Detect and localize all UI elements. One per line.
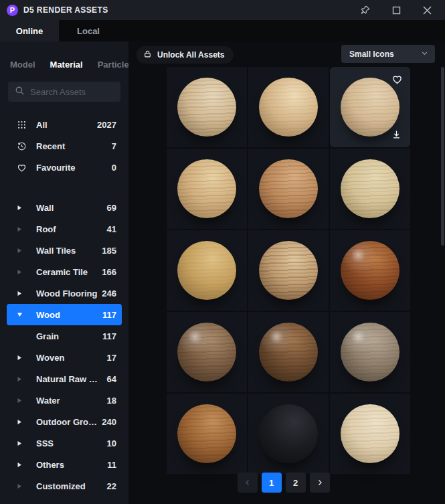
sidebar-item-sss[interactable]: SSS 10 xyxy=(7,432,122,454)
maximize-icon[interactable] xyxy=(390,4,402,16)
d5-render-assets-window: P D5 RENDER ASSETS OnlineLocal xyxy=(0,0,445,504)
material-tile-pale-yellow-wood[interactable] xyxy=(330,149,410,229)
material-tile-rustic-orange-wood[interactable] xyxy=(167,394,247,474)
icon-size-select[interactable]: Small Icons xyxy=(341,45,435,63)
pagination: 12 xyxy=(128,470,438,495)
sidebar-item-wall-tiles[interactable]: Wall Tiles 185 xyxy=(7,240,122,261)
sidebar-item-recent[interactable]: Recent 7 xyxy=(7,135,122,157)
sidebar-category-list: Wall 69 Roof 41 Wall Tiles 185 Ceramic T… xyxy=(0,178,128,497)
expand-arrow-icon xyxy=(16,483,23,489)
category-label: Roof xyxy=(36,224,103,234)
sidebar-item-wood-flooring[interactable]: Wood Flooring 246 xyxy=(7,282,122,304)
material-tile-beige-wood[interactable] xyxy=(330,67,410,147)
pagination-prev-button[interactable] xyxy=(238,473,258,493)
unlock-button-label: Unlock All Assets xyxy=(157,50,224,60)
material-tile-dark-walnut-glossy[interactable] xyxy=(248,312,329,392)
sidebar-item-wood[interactable]: Wood 117 xyxy=(7,304,122,325)
material-tile-driftwood-gray[interactable] xyxy=(330,312,410,392)
material-sphere-preview xyxy=(259,323,318,382)
sidebar-item-all[interactable]: All 2027 xyxy=(7,114,122,135)
quick-item-label: All xyxy=(36,120,93,130)
main-panel: Unlock All Assets Small Icons xyxy=(128,41,445,504)
sidebar-item-outdoor-ground[interactable]: Outdoor Ground 240 xyxy=(7,411,122,432)
category-label: Water xyxy=(36,396,103,406)
category-count: 64 xyxy=(107,374,116,384)
material-tile-warm-tan-wood[interactable] xyxy=(248,67,329,147)
material-tile-two-tone-striped-wood[interactable] xyxy=(248,230,329,311)
pagination-next-button[interactable] xyxy=(310,473,330,493)
material-sphere-preview xyxy=(259,78,318,137)
asset-type-tab-model[interactable]: Model xyxy=(10,60,35,70)
material-tile-cream-wood[interactable] xyxy=(330,394,410,474)
category-count: 17 xyxy=(107,353,116,363)
search-input[interactable] xyxy=(30,87,114,97)
category-label: Grain xyxy=(36,331,98,341)
material-tile-golden-honey-wood[interactable] xyxy=(167,230,247,311)
category-count: 10 xyxy=(107,438,116,448)
quick-item-label: Recent xyxy=(36,141,108,151)
expand-arrow-icon xyxy=(16,355,23,361)
material-tile-light-striped-oak[interactable] xyxy=(167,67,247,147)
asset-type-tabs: ModelMaterialParticle xyxy=(0,41,128,72)
titlebar: P D5 RENDER ASSETS xyxy=(0,0,445,20)
material-sphere-preview xyxy=(177,404,236,463)
category-label: Woven xyxy=(36,353,103,363)
category-count: 11 xyxy=(107,460,116,470)
pin-icon[interactable] xyxy=(359,4,371,16)
sidebar-item-others[interactable]: Others 11 xyxy=(7,454,122,475)
category-label: Others xyxy=(36,460,103,470)
material-grid xyxy=(167,67,410,474)
material-sphere-preview xyxy=(341,78,399,137)
heart-icon xyxy=(16,162,27,173)
download-icon[interactable] xyxy=(391,129,402,142)
category-label: Wall Tiles xyxy=(36,246,98,256)
material-tile-charcoal-black[interactable] xyxy=(248,394,329,474)
expand-arrow-icon xyxy=(16,462,23,468)
sidebar-item-water[interactable]: Water 18 xyxy=(7,390,122,411)
category-count: 246 xyxy=(102,288,116,299)
top-tab-online[interactable]: Online xyxy=(0,20,59,41)
top-tab-local[interactable]: Local xyxy=(59,20,118,41)
category-count: 117 xyxy=(102,310,116,320)
sidebar-item-favourite[interactable]: Favourite 0 xyxy=(7,157,122,178)
asset-type-tab-particle[interactable]: Particle xyxy=(98,60,128,70)
sidebar-item-customized[interactable]: Customized 22 xyxy=(7,475,122,497)
sidebar-item-natural-raw-ma[interactable]: Natural Raw Ma... 64 xyxy=(7,368,122,390)
close-icon[interactable] xyxy=(421,4,433,16)
sidebar-item-roof[interactable]: Roof 41 xyxy=(7,218,122,240)
expand-arrow-icon xyxy=(16,398,23,404)
quick-item-count: 2027 xyxy=(97,120,116,130)
category-label: Wood xyxy=(36,310,98,320)
expand-arrow-icon xyxy=(16,248,23,254)
unlock-all-assets-button[interactable]: Unlock All Assets xyxy=(137,46,234,64)
material-tile-walnut-wood[interactable] xyxy=(167,312,247,392)
sidebar-item-grain[interactable]: Grain 117 xyxy=(7,325,122,347)
lock-icon xyxy=(143,50,152,60)
scrollbar-thumb[interactable] xyxy=(441,67,444,246)
expand-arrow-icon xyxy=(16,312,23,317)
category-label: SSS xyxy=(36,438,103,448)
material-tile-rustic-red-wood[interactable] xyxy=(248,149,329,229)
top-tab-label: Online xyxy=(16,26,43,36)
material-tile-mahogany-wood[interactable] xyxy=(330,230,410,311)
quick-item-label: Favourite xyxy=(36,163,108,173)
material-tile-banded-tan-wood[interactable] xyxy=(167,149,247,229)
category-label: Natural Raw Ma... xyxy=(36,374,103,384)
favourite-heart-icon[interactable] xyxy=(391,74,403,88)
category-count: 18 xyxy=(107,396,116,406)
d5-logo-icon: P xyxy=(7,5,18,16)
expand-arrow-icon xyxy=(16,269,23,275)
pagination-page-1[interactable]: 1 xyxy=(262,473,282,493)
pagination-page-2[interactable]: 2 xyxy=(286,473,306,493)
material-sphere-preview xyxy=(341,159,399,218)
category-label: Wood Flooring xyxy=(36,288,98,299)
material-sphere-preview xyxy=(177,78,236,137)
category-label: Wall xyxy=(36,203,103,213)
search-box[interactable] xyxy=(8,82,120,102)
sidebar-item-wall[interactable]: Wall 69 xyxy=(7,197,122,218)
expand-arrow-icon xyxy=(16,290,23,297)
sidebar-item-woven[interactable]: Woven 17 xyxy=(7,347,122,368)
expand-arrow-icon xyxy=(16,376,23,382)
asset-type-tab-material[interactable]: Material xyxy=(50,60,83,70)
sidebar-item-ceramic-tile[interactable]: Ceramic Tile 166 xyxy=(7,261,122,282)
